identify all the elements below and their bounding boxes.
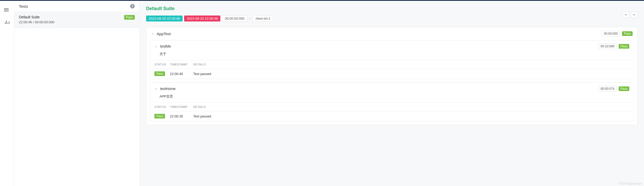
tag-chip: #test-id=1: [253, 15, 273, 22]
log-details: Test passed: [193, 72, 629, 76]
chevron-down-icon: [151, 32, 154, 35]
chevron-right-icon: [154, 87, 158, 90]
collapse-all-button[interactable]: [623, 12, 629, 18]
tests-panel: Tests ! Default Suite 22:00:46 / 00:00:0…: [14, 1, 140, 186]
status-badge: Pass: [622, 31, 633, 36]
class-duration: 00:00:000: [602, 31, 620, 36]
table-row: Pass 22:00:45 Test passed: [150, 69, 633, 79]
chevron-right-icon: [154, 45, 158, 48]
col-timestamp-header: TIMESTAMP: [170, 63, 193, 66]
status-badge: Pass: [619, 86, 629, 91]
suite-item-name: Default Suite: [19, 15, 54, 19]
col-status-header: STATUS: [154, 105, 170, 108]
log-timestamp: 22:00:45: [170, 72, 193, 76]
page-title: Default Suite: [146, 6, 638, 11]
table-row: Pass 22:00:35 Test passed: [150, 111, 633, 121]
expand-all-button[interactable]: [631, 12, 638, 18]
end-time-chip: 2023-08-20 22:00:46: [184, 16, 221, 21]
suite-item-timeline: 22:00:46 / 00:00:00:000: [19, 20, 54, 24]
test-header[interactable]: testHome 00:00:074 Pass: [150, 83, 633, 93]
table-header-row: STATUS TIMESTAMP DETAILS: [150, 103, 633, 111]
status-badge: Pass: [154, 114, 165, 118]
watermark: CSDN @pennigo: [618, 182, 642, 185]
status-badge: Pass: [154, 71, 165, 76]
col-status-header: STATUS: [154, 63, 170, 66]
suite-list-item[interactable]: Default Suite 22:00:46 / 00:00:00:000 Pa…: [14, 12, 139, 28]
tests-title: Tests: [19, 4, 28, 9]
test-description: 关于: [150, 51, 633, 60]
test-card: testMe 00:10:088 Pass 关于 STATUS TIMESTAM…: [150, 40, 634, 79]
log-table: STATUS TIMESTAMP DETAILS Pass 22:00:35 T…: [150, 103, 633, 121]
test-card: testHome 00:00:074 Pass APP首页 STATUS TIM…: [150, 83, 634, 121]
class-card: AppTest 00:00:000 Pass testMe 0: [146, 27, 638, 125]
test-name: testHome: [160, 87, 176, 91]
status-badge: Pass: [619, 44, 629, 49]
list-icon[interactable]: [4, 7, 10, 12]
test-header[interactable]: testMe 00:10:088 Pass: [150, 40, 633, 51]
chart-icon[interactable]: [4, 20, 10, 25]
log-table: STATUS TIMESTAMP DETAILS Pass 22:00:45 T…: [150, 60, 633, 79]
main-panel: Default Suite 2023-08-20 22:00:46 2023-0…: [140, 1, 644, 186]
class-name: AppTest: [157, 32, 171, 36]
info-icon[interactable]: !: [130, 4, 135, 9]
side-nav: [0, 1, 14, 186]
test-description: APP首页: [150, 93, 633, 103]
chip-separator: •: [249, 17, 251, 20]
col-timestamp-header: TIMESTAMP: [170, 105, 193, 108]
svg-point-5: [5, 11, 5, 11]
col-details-header: DETAILS: [193, 63, 629, 66]
class-header[interactable]: AppTest 00:00:000 Pass: [146, 27, 637, 40]
tests-header: Tests !: [14, 1, 139, 12]
table-header-row: STATUS TIMESTAMP DETAILS: [150, 60, 633, 69]
log-timestamp: 22:00:35: [170, 114, 193, 118]
svg-point-4: [5, 10, 5, 10]
log-details: Test passed: [193, 114, 629, 118]
svg-point-3: [5, 8, 5, 9]
status-badge: Pass: [124, 15, 135, 20]
col-details-header: DETAILS: [193, 105, 629, 108]
duration-chip: 00:00:00:000: [222, 15, 247, 22]
test-duration: 00:10:088: [598, 43, 617, 49]
test-name: testMe: [160, 44, 171, 48]
chip-row: 2023-08-20 22:00:46 2023-08-20 22:00:46 …: [146, 15, 638, 22]
test-duration: 00:00:074: [598, 86, 617, 92]
start-time-chip: 2023-08-20 22:00:46: [146, 16, 183, 21]
